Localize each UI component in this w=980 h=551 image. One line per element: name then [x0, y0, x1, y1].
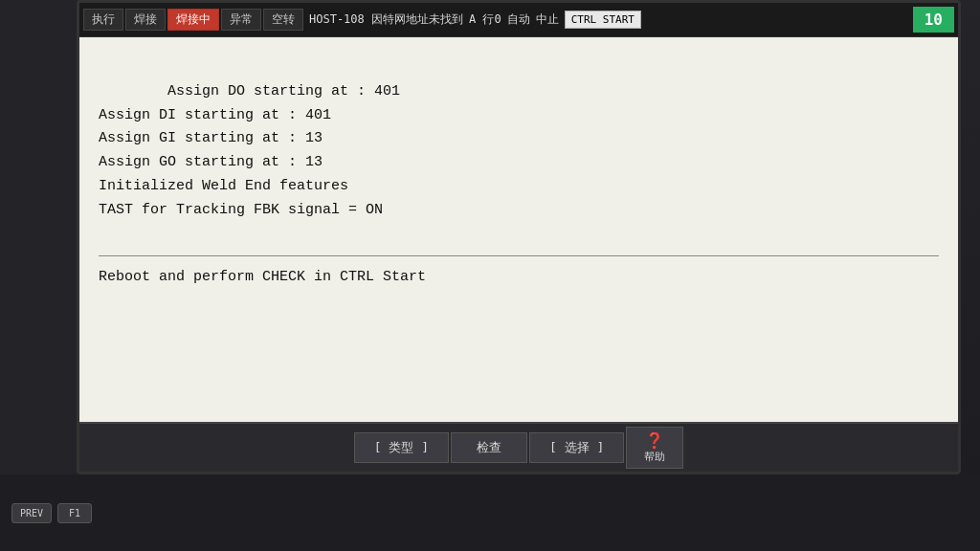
device-body: 执行 焊接 焊接中 异常 空转 HOST-108 因特网地址未找到 A 行0 自…: [0, 0, 980, 551]
screen-container: 执行 焊接 焊接中 异常 空转 HOST-108 因特网地址未找到 A 行0 自…: [77, 0, 961, 474]
console-line-6: TAST for Tracking FBK signal = ON: [99, 202, 383, 218]
ctrl-start-button[interactable]: CTRL START: [565, 11, 641, 29]
stop-text: 中止: [536, 11, 559, 28]
bottom-bar: [ 类型 ] 检查 [ 选择 ] ❓ 帮助: [79, 422, 958, 472]
console-line-5: Initialized Weld End features: [99, 178, 348, 194]
number-display: 10: [913, 7, 954, 33]
prev-key[interactable]: PREV: [11, 503, 52, 523]
console-line-1: Assign DO starting at : 401: [167, 83, 400, 99]
status-bar: HOST-108 因特网地址未找到 A 行0 自动 中止 CTRL START: [305, 11, 911, 29]
left-panel: [0, 0, 77, 474]
keyboard-area: PREV F1: [0, 474, 980, 551]
row-label: A 行0: [469, 11, 501, 28]
help-icon: ❓: [638, 431, 671, 450]
reboot-text: Reboot and perform CHECK in CTRL Start: [99, 266, 939, 290]
console-output: Assign DO starting at : 401 Assign DI st…: [99, 56, 939, 246]
help-label: 帮助: [644, 451, 665, 463]
type-button[interactable]: [ 类型 ]: [354, 432, 449, 463]
host-error-text: HOST-108 因特网地址未找到: [309, 11, 463, 28]
content-area: Assign DO starting at : 401 Assign DI st…: [79, 37, 958, 422]
divider: [99, 255, 939, 256]
console-line-4: Assign GO starting at : 13: [99, 154, 323, 170]
help-button[interactable]: ❓ 帮助: [626, 427, 683, 469]
console-line-3: Assign GI starting at : 13: [99, 130, 323, 146]
toolbar-welding[interactable]: 焊接中: [167, 9, 219, 31]
toolbar-execute[interactable]: 执行: [83, 9, 123, 31]
toolbar: 执行 焊接 焊接中 异常 空转 HOST-108 因特网地址未找到 A 行0 自…: [79, 3, 958, 37]
mode-text: 自动: [507, 11, 530, 28]
select-button[interactable]: [ 选择 ]: [529, 432, 624, 463]
check-button[interactable]: 检查: [451, 432, 527, 463]
toolbar-error[interactable]: 异常: [221, 9, 261, 31]
toolbar-idle[interactable]: 空转: [263, 9, 303, 31]
toolbar-weld[interactable]: 焊接: [125, 9, 166, 31]
console-line-2: Assign DI starting at : 401: [99, 107, 331, 123]
f1-key[interactable]: F1: [57, 503, 92, 523]
